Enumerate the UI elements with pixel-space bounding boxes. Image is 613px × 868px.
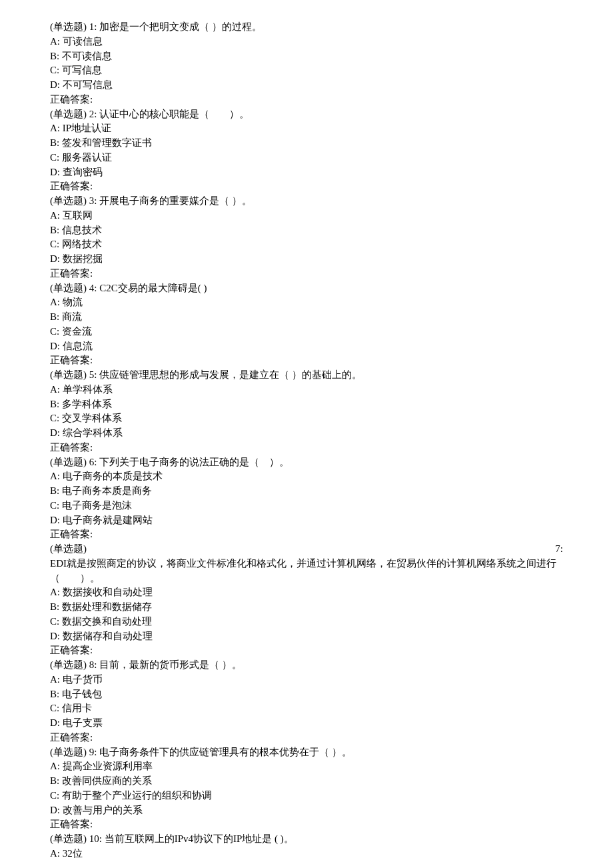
option-c: C: 网络技术 — [50, 237, 563, 252]
question-10: (单选题) 10: 当前互联网上的IPv4协议下的IP地址是 ( )。 A: 3… — [50, 832, 563, 861]
question-prefix-right: 7: — [555, 542, 563, 557]
question-text: 加密是一个把明文变成（ ）的过程。 — [99, 21, 262, 32]
question-stem: (单选题) 5: 供应链管理思想的形成与发展，是建立在（ ）的基础上的。 — [50, 368, 563, 383]
question-prefix: (单选题) 3: — [50, 195, 99, 206]
question-prefix: (单选题) 8: — [50, 659, 99, 670]
answer-label: 正确答案: — [50, 179, 563, 194]
answer-label: 正确答案: — [50, 353, 563, 368]
question-prefix: (单选题) 6: — [50, 457, 99, 467]
option-d: D: 信息流 — [50, 339, 563, 354]
question-7: (单选题) 7: EDI就是按照商定的协议，将商业文件标准化和格式化，并通过计算… — [50, 542, 563, 658]
option-b: B: 信息技术 — [50, 223, 563, 238]
question-prefix: (单选题) 2: — [50, 109, 99, 119]
option-a: A: 单学科体系 — [50, 383, 563, 397]
question-4: (单选题) 4: C2C交易的最大障碍是( ) A: 物流 B: 商流 C: 资… — [50, 281, 563, 369]
option-c: C: 有助于整个产业运行的组织和协调 — [50, 789, 563, 803]
question-1: (单选题) 1: 加密是一个把明文变成（ ）的过程。 A: 可读信息 B: 不可… — [50, 20, 563, 107]
question-5: (单选题) 5: 供应链管理思想的形成与发展，是建立在（ ）的基础上的。 A: … — [50, 368, 563, 455]
question-prefix-left: (单选题) — [50, 542, 87, 557]
answer-label: 正确答案: — [50, 817, 563, 832]
option-d: D: 改善与用户的关系 — [50, 803, 563, 818]
option-d: D: 综合学科体系 — [50, 426, 563, 441]
question-prefix: (单选题) 4: — [50, 283, 99, 293]
option-d: D: 不可写信息 — [50, 78, 563, 93]
question-text: EDI就是按照商定的协议，将商业文件标准化和格式化，并通过计算机网络，在贸易伙伴… — [50, 557, 563, 586]
option-c: C: 可写信息 — [50, 63, 563, 78]
question-prefix: (单选题) 5: — [50, 369, 99, 380]
question-8: (单选题) 8: 目前，最新的货币形式是（ ）。 A: 电子货币 B: 电子钱包… — [50, 658, 563, 745]
question-prefix: (单选题) 1: — [50, 21, 99, 32]
question-stem: (单选题) 6: 下列关于电子商务的说法正确的是（ ）。 — [50, 455, 563, 470]
answer-label: 正确答案: — [50, 267, 563, 281]
option-d: D: 电子支票 — [50, 716, 563, 731]
question-text: 目前，最新的货币形式是（ ）。 — [99, 659, 242, 670]
option-c: C: 电子商务是泡沫 — [50, 499, 563, 513]
question-stem: (单选题) 9: 电子商务条件下的供应链管理具有的根本优势在于（ ）。 — [50, 745, 563, 760]
option-b: B: 数据处理和数据储存 — [50, 600, 563, 615]
question-text: C2C交易的最大障碍是( ) — [99, 283, 207, 293]
option-c: C: 交叉学科体系 — [50, 411, 563, 426]
question-text: 认证中心的核心职能是（ ）。 — [99, 109, 249, 119]
option-a: A: 电子商务的本质是技术 — [50, 469, 563, 484]
option-a: A: 可读信息 — [50, 35, 563, 49]
option-c: C: 服务器认证 — [50, 151, 563, 165]
option-b: B: 电子商务本质是商务 — [50, 484, 563, 499]
option-b: B: 改善同供应商的关系 — [50, 774, 563, 789]
question-6: (单选题) 6: 下列关于电子商务的说法正确的是（ ）。 A: 电子商务的本质是… — [50, 455, 563, 543]
answer-label: 正确答案: — [50, 643, 563, 658]
option-b: B: 多学科体系 — [50, 397, 563, 412]
question-stem: (单选题) 8: 目前，最新的货币形式是（ ）。 — [50, 658, 563, 673]
option-d: D: 查询密码 — [50, 165, 563, 180]
option-a: A: 互联网 — [50, 209, 563, 223]
option-d: D: 数据挖掘 — [50, 252, 563, 267]
option-a: A: 电子货币 — [50, 673, 563, 687]
option-d: D: 数据储存和自动处理 — [50, 629, 563, 644]
option-b: B: 商流 — [50, 310, 563, 325]
option-a: A: 数据接收和自动处理 — [50, 585, 563, 600]
question-prefix: (单选题) 9: — [50, 747, 99, 757]
answer-label: 正确答案: — [50, 441, 563, 455]
option-b: B: 电子钱包 — [50, 687, 563, 702]
option-c: C: 数据交换和自动处理 — [50, 615, 563, 629]
option-a: A: IP地址认证 — [50, 121, 563, 136]
option-d: D: 电子商务就是建网站 — [50, 513, 563, 528]
option-a: A: 物流 — [50, 295, 563, 310]
question-text: 开展电子商务的重要媒介是（ ）。 — [99, 195, 252, 206]
question-text: 下列关于电子商务的说法正确的是（ ）。 — [99, 457, 289, 467]
option-b: B: 签发和管理数字证书 — [50, 136, 563, 151]
question-stem: (单选题) 3: 开展电子商务的重要媒介是（ ）。 — [50, 194, 563, 209]
question-text: 电子商务条件下的供应链管理具有的根本优势在于（ ）。 — [99, 747, 352, 757]
question-stem: (单选题) 1: 加密是一个把明文变成（ ）的过程。 — [50, 20, 563, 35]
question-prefix: (单选题) 10: — [50, 833, 105, 844]
question-stem: (单选题) 10: 当前互联网上的IPv4协议下的IP地址是 ( )。 — [50, 832, 563, 847]
question-3: (单选题) 3: 开展电子商务的重要媒介是（ ）。 A: 互联网 B: 信息技术… — [50, 194, 563, 281]
question-text: 供应链管理思想的形成与发展，是建立在（ ）的基础上的。 — [99, 369, 362, 380]
question-2: (单选题) 2: 认证中心的核心职能是（ ）。 A: IP地址认证 B: 签发和… — [50, 107, 563, 195]
answer-label: 正确答案: — [50, 527, 563, 542]
option-b: B: 不可读信息 — [50, 49, 563, 64]
question-stem: (单选题) 4: C2C交易的最大障碍是( ) — [50, 281, 563, 296]
question-9: (单选题) 9: 电子商务条件下的供应链管理具有的根本优势在于（ ）。 A: 提… — [50, 745, 563, 833]
question-stem: (单选题) 2: 认证中心的核心职能是（ ）。 — [50, 107, 563, 122]
question-text: 当前互联网上的IPv4协议下的IP地址是 ( )。 — [105, 833, 294, 844]
option-a: A: 提高企业资源利用率 — [50, 759, 563, 774]
option-c: C: 信用卡 — [50, 701, 563, 716]
option-c: C: 资金流 — [50, 325, 563, 339]
answer-label: 正确答案: — [50, 731, 563, 745]
question-prefix-row: (单选题) 7: — [50, 542, 563, 557]
answer-label: 正确答案: — [50, 93, 563, 107]
option-a: A: 32位 — [50, 847, 563, 861]
